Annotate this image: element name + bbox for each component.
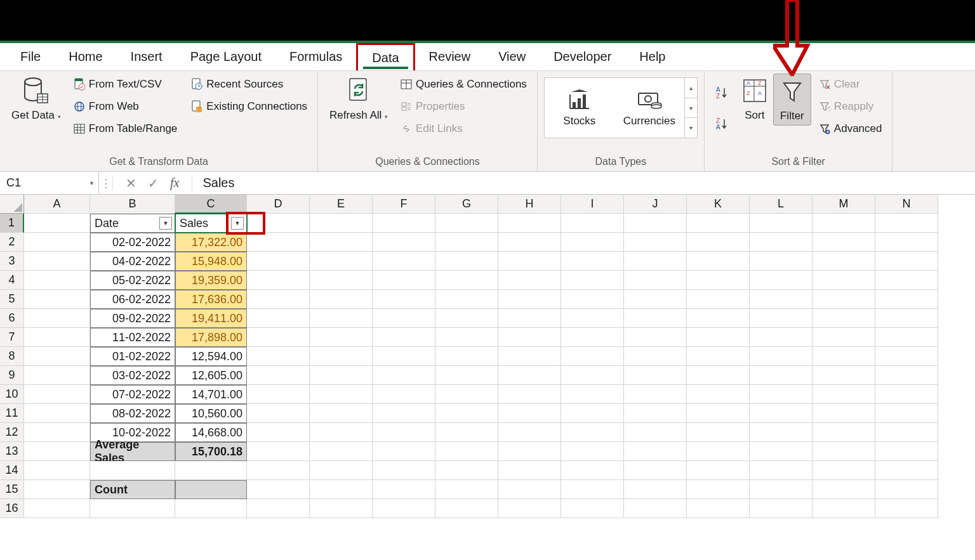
cell-F16[interactable] xyxy=(373,499,435,518)
cell-B2[interactable]: 02-02-2022 xyxy=(90,233,175,252)
cell-G3[interactable] xyxy=(435,252,498,271)
cell-K13[interactable] xyxy=(687,442,750,461)
cell-N1[interactable] xyxy=(875,214,938,233)
cell-F12[interactable] xyxy=(373,423,435,442)
cell-F4[interactable] xyxy=(373,271,435,290)
cell-I13[interactable] xyxy=(561,442,624,461)
cell-D8[interactable] xyxy=(247,347,310,366)
cell-H8[interactable] xyxy=(498,347,561,366)
cell-A10[interactable] xyxy=(24,385,90,404)
cell-I4[interactable] xyxy=(561,271,624,290)
tab-formulas[interactable]: Formulas xyxy=(275,43,356,70)
cell-D1[interactable] xyxy=(247,214,310,233)
cell-N7[interactable] xyxy=(875,328,938,347)
cell-F9[interactable] xyxy=(373,366,435,385)
cell-L4[interactable] xyxy=(750,271,812,290)
cell-C15[interactable] xyxy=(175,480,247,499)
cell-G11[interactable] xyxy=(435,404,498,423)
cell-B9[interactable]: 03-02-2022 xyxy=(90,366,175,385)
row-header-14[interactable]: 14 xyxy=(0,461,24,480)
cell-K10[interactable] xyxy=(687,385,750,404)
cell-C3[interactable]: 15,948.00 xyxy=(175,252,247,271)
cancel-formula-icon[interactable]: ✕ xyxy=(126,176,136,191)
cell-M7[interactable] xyxy=(812,328,875,347)
cell-F6[interactable] xyxy=(373,309,435,328)
cell-N10[interactable] xyxy=(875,385,938,404)
cell-F10[interactable] xyxy=(373,385,435,404)
cell-F15[interactable] xyxy=(373,480,435,499)
cell-H1[interactable] xyxy=(498,214,561,233)
sort-asc-button[interactable]: AZ xyxy=(711,82,733,103)
cell-M1[interactable] xyxy=(812,214,875,233)
cell-B16[interactable] xyxy=(90,499,175,518)
cell-G15[interactable] xyxy=(435,480,498,499)
cell-M2[interactable] xyxy=(812,233,875,252)
cell-G10[interactable] xyxy=(435,385,498,404)
cell-L6[interactable] xyxy=(750,309,812,328)
col-header-E[interactable]: E xyxy=(310,195,373,214)
cell-H14[interactable] xyxy=(498,461,561,480)
cell-D3[interactable] xyxy=(247,252,310,271)
cell-M6[interactable] xyxy=(812,309,875,328)
cell-A5[interactable] xyxy=(24,290,90,309)
row-header-16[interactable]: 16 xyxy=(0,499,24,518)
col-header-D[interactable]: D xyxy=(247,195,310,214)
cell-F2[interactable] xyxy=(373,233,435,252)
cell-M11[interactable] xyxy=(812,404,875,423)
accept-formula-icon[interactable]: ✓ xyxy=(148,176,159,191)
cell-L5[interactable] xyxy=(750,290,812,309)
cell-I10[interactable] xyxy=(561,385,624,404)
cell-C10[interactable]: 14,701.00 xyxy=(175,385,247,404)
tab-data[interactable]: Data xyxy=(356,43,415,70)
from-text-csv-button[interactable]: From Text/CSV xyxy=(70,74,182,94)
cell-G6[interactable] xyxy=(435,309,498,328)
filter-button[interactable]: Filter xyxy=(773,74,811,126)
cell-B1[interactable]: Date▼ xyxy=(90,214,175,233)
cell-J13[interactable] xyxy=(624,442,687,461)
cell-A12[interactable] xyxy=(24,423,90,442)
data-type-stocks[interactable]: Stocks xyxy=(545,78,614,138)
cell-J7[interactable] xyxy=(624,328,687,347)
tab-home[interactable]: Home xyxy=(55,43,116,70)
cell-A8[interactable] xyxy=(24,347,90,366)
cell-K14[interactable] xyxy=(687,461,750,480)
col-header-C[interactable]: C xyxy=(175,195,247,214)
cell-B14[interactable] xyxy=(90,461,175,480)
cell-A6[interactable] xyxy=(24,309,90,328)
cell-J15[interactable] xyxy=(624,480,687,499)
cell-I1[interactable] xyxy=(561,214,624,233)
sort-button[interactable]: AZZA Sort xyxy=(736,74,773,124)
reapply-button[interactable]: Reapply xyxy=(815,96,886,117)
cell-M13[interactable] xyxy=(812,442,875,461)
cell-D4[interactable] xyxy=(247,271,310,290)
cell-C12[interactable]: 14,668.00 xyxy=(175,423,247,442)
cell-H12[interactable] xyxy=(498,423,561,442)
cell-K16[interactable] xyxy=(687,499,750,518)
cell-M14[interactable] xyxy=(812,461,875,480)
cell-H5[interactable] xyxy=(498,290,561,309)
cell-D12[interactable] xyxy=(247,423,310,442)
cell-E16[interactable] xyxy=(310,499,373,518)
cell-A2[interactable] xyxy=(24,233,90,252)
cell-C14[interactable] xyxy=(175,461,247,480)
cell-D5[interactable] xyxy=(247,290,310,309)
cell-H3[interactable] xyxy=(498,252,561,271)
cell-M3[interactable] xyxy=(812,252,875,271)
cell-H9[interactable] xyxy=(498,366,561,385)
cell-A3[interactable] xyxy=(24,252,90,271)
cell-I7[interactable] xyxy=(561,328,624,347)
cell-G12[interactable] xyxy=(435,423,498,442)
cell-F1[interactable] xyxy=(373,214,435,233)
cell-G14[interactable] xyxy=(435,461,498,480)
cell-L8[interactable] xyxy=(750,347,812,366)
cell-J10[interactable] xyxy=(624,385,687,404)
cell-D6[interactable] xyxy=(247,309,310,328)
cell-J9[interactable] xyxy=(624,366,687,385)
cell-J12[interactable] xyxy=(624,423,687,442)
cell-D11[interactable] xyxy=(247,404,310,423)
row-header-1[interactable]: 1 xyxy=(0,214,24,233)
cell-K5[interactable] xyxy=(687,290,750,309)
tab-view[interactable]: View xyxy=(484,43,540,70)
row-header-9[interactable]: 9 xyxy=(0,366,24,385)
cell-E15[interactable] xyxy=(310,480,373,499)
